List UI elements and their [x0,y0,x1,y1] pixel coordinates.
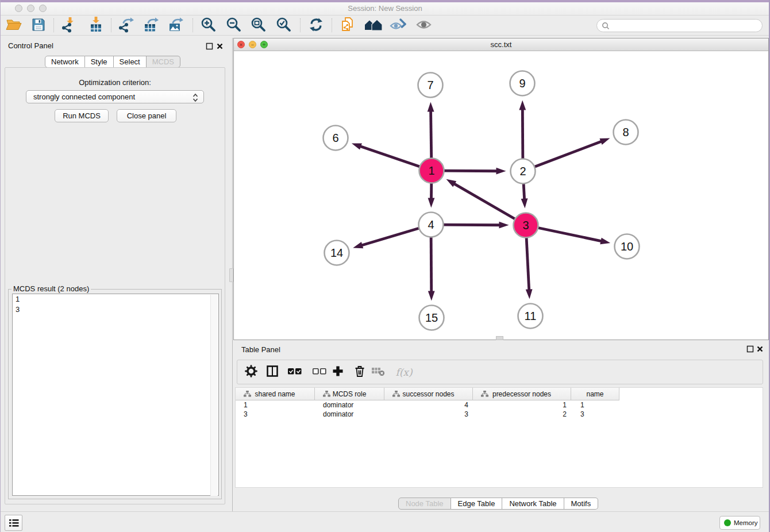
zoom-selected-button[interactable] [275,17,293,35]
delete-row-button[interactable] [350,363,369,382]
window-edge-left [0,0,1,532]
memory-button[interactable]: Memory [719,516,760,530]
graph-node-7[interactable]: 7 [418,73,443,98]
graph-node-2[interactable]: 2 [511,159,536,184]
graph-node-8[interactable]: 8 [614,120,638,145]
refresh-icon [309,17,324,34]
mcds-result-scrollbar[interactable] [210,295,218,496]
export-table-icon [143,17,159,35]
network-zoom-button[interactable]: + [260,41,268,48]
network-close-button[interactable]: × [237,41,245,48]
table-cell[interactable]: 4 [384,400,473,410]
table-cell[interactable]: 2 [473,410,571,419]
splitter-handle-horizontal[interactable] [496,336,503,340]
graph-node-1[interactable]: 1 [419,159,444,183]
zoom-out-button[interactable] [225,17,243,35]
add-row-button[interactable] [328,363,348,382]
table-row[interactable]: 1dominator411 [236,400,619,410]
save-session-button[interactable] [29,17,48,35]
select-all-button[interactable] [285,363,305,382]
control-panel-close-icon[interactable] [216,43,224,50]
settings-icon [245,365,257,380]
graph-node-4[interactable]: 4 [419,213,444,237]
export-network-button[interactable] [117,17,136,35]
control-panel-tabs: NetworkStyleSelectMCDS [45,56,180,68]
graph-node-15[interactable]: 15 [419,306,444,330]
mcds-result-list[interactable]: 13 [12,294,219,496]
refresh-button[interactable] [307,17,325,35]
import-table-button[interactable] [87,17,105,35]
tab-select[interactable]: Select [114,56,147,68]
column-header-successor-nodes[interactable]: successor nodes [384,388,473,400]
deselect-all-button[interactable] [310,363,329,382]
run-mcds-button[interactable]: Run MCDS [55,109,109,122]
minimize-window-button[interactable] [27,5,34,12]
table-row[interactable]: 3dominator323 [236,410,619,419]
graph-node-10[interactable]: 10 [615,234,640,259]
graph-node-14[interactable]: 14 [325,241,349,265]
column-label: shared name [255,390,295,398]
add-row-icon [332,365,344,380]
task-history-button[interactable] [5,515,22,531]
show-details-button[interactable] [415,17,433,35]
home-layout-button[interactable] [364,17,382,35]
table-cell[interactable]: dominator [315,400,384,410]
tab-motifs[interactable]: Motifs [564,498,599,510]
tab-edge-table[interactable]: Edge Table [451,498,503,510]
mcds-result-item[interactable]: 3 [13,304,218,315]
export-image-button[interactable] [167,17,185,35]
table-cell[interactable]: 1 [473,400,571,410]
tab-network-table[interactable]: Network Table [502,498,564,510]
function-builder-button[interactable]: f(x) [394,363,414,382]
zoom-window-button[interactable] [39,5,47,12]
graph-node-9[interactable]: 9 [510,71,535,96]
graph-node-11[interactable]: 11 [518,304,543,329]
table-cell[interactable]: dominator [315,410,384,419]
split-column-button[interactable] [263,363,282,382]
open-session-button[interactable] [5,17,23,35]
optimization-criterion-select[interactable]: strongly connected component [26,90,204,103]
table-cell[interactable]: 1 [236,400,315,410]
settings-button[interactable] [241,363,261,382]
tab-network[interactable]: Network [45,56,85,68]
network-minimize-button[interactable]: − [249,41,256,48]
table-panel-float-icon[interactable] [746,345,754,353]
zoom-in-button[interactable] [199,17,218,35]
delete-table-icon [371,365,385,379]
export-table-button[interactable] [142,17,160,35]
tab-node-table[interactable]: Node Table [398,498,451,510]
zoom-fit-button[interactable] [249,17,268,35]
node-label: 8 [622,126,629,138]
close-panel-button[interactable]: Close panel [117,109,176,122]
search-input[interactable] [596,19,763,32]
column-header-name[interactable]: name [571,388,619,400]
column-type-icon [323,391,330,399]
delete-table-button[interactable] [368,363,388,382]
close-window-button[interactable] [15,5,22,12]
graph-node-3[interactable]: 3 [514,213,538,238]
control-panel-float-icon[interactable] [206,43,213,50]
import-network-button[interactable] [60,17,79,35]
table-cell[interactable]: 3 [571,410,619,419]
show-details-icon [415,17,433,34]
toolbar-separator [332,18,332,32]
mcds-result-item[interactable]: 1 [13,294,218,304]
node-table[interactable]: shared nameMCDS rolesuccessor nodesprede… [235,387,763,488]
clone-network-button[interactable] [338,17,357,35]
tab-style[interactable]: Style [85,56,114,68]
table-cell[interactable]: 3 [236,410,315,419]
table-panel-close-icon[interactable] [756,345,764,353]
edge-arrow-4-15 [428,291,435,300]
table-cell[interactable]: 1 [571,400,619,410]
splitter-handle-vertical[interactable] [229,268,233,282]
graph-node-6[interactable]: 6 [324,126,348,151]
table-panel-title: Table Panel [241,345,280,354]
hide-details-button[interactable] [389,17,407,35]
network-graph[interactable]: 1234678910111415 [234,51,768,340]
table-cell[interactable]: 3 [384,410,473,419]
tab-mcds[interactable]: MCDS [147,56,180,68]
column-header-MCDS-role[interactable]: MCDS role [315,388,384,400]
column-header-shared-name[interactable]: shared name [236,388,315,400]
export-image-icon [168,17,184,35]
column-header-predecessor-nodes[interactable]: predecessor nodes [473,388,571,400]
